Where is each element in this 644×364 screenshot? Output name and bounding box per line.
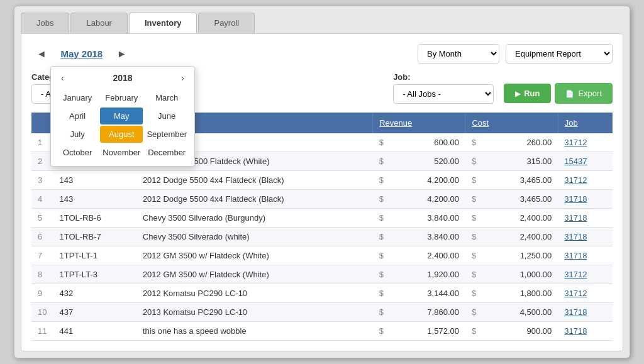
row-number: 9: [31, 284, 53, 303]
unit-cell: 143: [53, 171, 136, 190]
unit-cell: 1TPT-LT-3: [53, 265, 136, 284]
month-grid: January February March April May June Ju…: [56, 89, 189, 161]
month-december[interactable]: December: [144, 144, 189, 161]
month-october[interactable]: October: [56, 144, 99, 161]
mp-prev-year-arrow[interactable]: ‹: [56, 72, 69, 84]
col-cost[interactable]: Cost: [465, 113, 558, 133]
cost-cell: $ 315.00: [465, 152, 558, 171]
month-april[interactable]: April: [56, 108, 99, 124]
unit-cell: 1TPT-LT-1: [53, 246, 136, 265]
desc-cell: Chevy 3500 Silverado (Burgundy): [136, 209, 373, 228]
job-link[interactable]: 31718: [558, 246, 612, 265]
mp-next-year-arrow[interactable]: ›: [176, 72, 189, 84]
action-buttons: Run Export: [504, 83, 613, 104]
row-number: 4: [31, 190, 53, 209]
table-row: 7 1TPT-LT-1 2012 GM 3500 w/ Flatdeck (Wh…: [31, 246, 613, 265]
current-date-label[interactable]: May 2018: [57, 48, 107, 59]
month-august[interactable]: August: [100, 126, 143, 143]
table-row: 11 441 this one has a speed wobble $ 1,5…: [31, 322, 613, 341]
month-may[interactable]: May: [100, 108, 143, 124]
month-january[interactable]: January: [56, 89, 99, 106]
month-november[interactable]: November: [100, 144, 143, 161]
desc-cell: Chevy 3500 Silverado (white): [136, 228, 373, 246]
tab-jobs[interactable]: Jobs: [21, 13, 69, 33]
row-number: 5: [31, 209, 53, 228]
cost-cell: $ 3,465.00: [465, 171, 558, 190]
table-row: 3 143 2012 Dodge 5500 4x4 Flatdeck (Blac…: [31, 171, 613, 190]
revenue-cell: $ 1,920.00: [373, 265, 465, 284]
job-link[interactable]: 31712: [558, 265, 612, 284]
right-controls: By Month By Week By Year Equipment Repor…: [418, 44, 613, 63]
revenue-cell: $ 600.00: [373, 133, 465, 152]
table-row: 9 432 2012 Komatsu PC290 LC-10 $ 3,144.0…: [31, 284, 613, 303]
tab-payroll[interactable]: Payroll: [198, 13, 255, 33]
cost-cell: $ 1,250.00: [465, 246, 558, 265]
cost-cell: $ 900.00: [465, 322, 558, 341]
job-link[interactable]: 31718: [558, 190, 612, 209]
cost-cell: $ 1,000.00: [465, 265, 558, 284]
desc-cell: 2012 GM 3500 w/ Flatdeck (White): [136, 265, 373, 284]
run-label: Run: [524, 89, 540, 98]
date-navigation: ◄ May 2018 ► ‹ 2018 › January February M…: [31, 47, 157, 61]
desc-cell: 2012 Dodge 5500 4x4 Flatdeck (Black): [136, 190, 373, 209]
run-play-icon: [515, 89, 520, 98]
revenue-cell: $ 3,840.00: [373, 209, 465, 228]
export-button[interactable]: Export: [555, 83, 613, 104]
table-row: 5 1TOL-RB-6 Chevy 3500 Silverado (Burgun…: [31, 209, 613, 228]
job-link[interactable]: 31712: [558, 284, 612, 303]
month-march[interactable]: March: [144, 89, 189, 106]
export-file-icon: [565, 89, 574, 98]
month-february[interactable]: February: [100, 89, 143, 106]
row-number: 6: [31, 228, 53, 246]
cost-cell: $ 2,400.00: [465, 209, 558, 228]
cost-cell: $ 1,800.00: [465, 284, 558, 303]
revenue-cell: $ 520.00: [373, 152, 465, 171]
month-july[interactable]: July: [56, 126, 99, 143]
job-select[interactable]: - All Jobs -: [393, 84, 494, 104]
tab-bar: Jobs Labour Inventory Payroll: [21, 13, 623, 33]
run-button[interactable]: Run: [504, 84, 551, 103]
job-link[interactable]: 31712: [558, 133, 612, 152]
revenue-cell: $ 4,200.00: [373, 171, 465, 190]
table-row: 4 143 2012 Dodge 5500 4x4 Flatdeck (Blac…: [31, 190, 613, 209]
prev-month-arrow[interactable]: ◄: [31, 47, 52, 61]
table-row: 8 1TPT-LT-3 2012 GM 3500 w/ Flatdeck (Wh…: [31, 265, 613, 284]
job-link[interactable]: 31718: [558, 209, 612, 228]
month-picker-popup: ‹ 2018 › January February March April Ma…: [50, 66, 195, 167]
row-number: 8: [31, 265, 53, 284]
revenue-cell: $ 2,400.00: [373, 246, 465, 265]
controls-row: ◄ May 2018 ► ‹ 2018 › January February M…: [31, 44, 613, 63]
report-type-select[interactable]: Equipment Report Category Report Summary…: [506, 44, 613, 63]
row-number: 3: [31, 171, 53, 190]
job-link[interactable]: 31712: [558, 171, 612, 190]
revenue-cell: $ 7,860.00: [373, 303, 465, 322]
row-number: 10: [31, 303, 53, 322]
job-link[interactable]: 31718: [558, 228, 612, 246]
cost-cell: $ 2,400.00: [465, 228, 558, 246]
tab-labour[interactable]: Labour: [70, 13, 127, 33]
job-link[interactable]: 31718: [558, 322, 612, 341]
desc-cell: 2012 Komatsu PC290 LC-10: [136, 284, 373, 303]
unit-cell: 441: [53, 322, 136, 341]
col-revenue[interactable]: Revenue: [373, 113, 465, 133]
unit-cell: 437: [53, 303, 136, 322]
row-number: 11: [31, 322, 53, 341]
col-job[interactable]: Job: [558, 113, 612, 133]
job-link[interactable]: 15437: [558, 152, 612, 171]
unit-cell: 1TOL-RB-7: [53, 228, 136, 246]
view-mode-select[interactable]: By Month By Week By Year: [418, 44, 499, 63]
next-month-arrow[interactable]: ►: [112, 47, 132, 61]
unit-cell: 432: [53, 284, 136, 303]
month-picker-header: ‹ 2018 ›: [56, 72, 189, 84]
revenue-cell: $ 3,144.00: [373, 284, 465, 303]
month-june[interactable]: June: [144, 108, 189, 124]
desc-cell: this one has a speed wobble: [136, 322, 373, 341]
row-number: 7: [31, 246, 53, 265]
month-september[interactable]: September: [144, 126, 189, 143]
desc-cell: 2012 Dodge 5500 4x4 Flatdeck (Black): [136, 171, 373, 190]
tab-inventory[interactable]: Inventory: [129, 13, 197, 33]
cost-cell: $ 4,500.00: [465, 303, 558, 322]
desc-cell: 2012 GM 3500 w/ Flatdeck (White): [136, 246, 373, 265]
job-link[interactable]: 31718: [558, 303, 612, 322]
cost-cell: $ 3,465.00: [465, 190, 558, 209]
